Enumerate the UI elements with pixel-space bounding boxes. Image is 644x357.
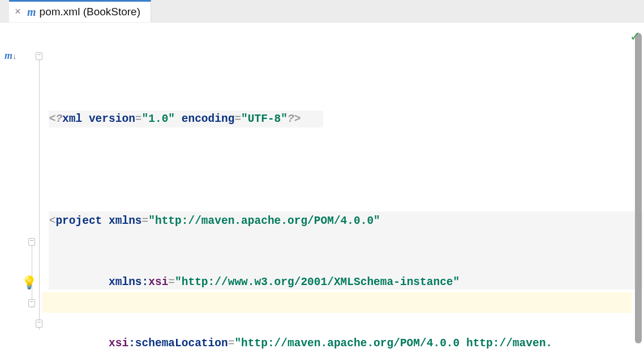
maven-gutter-icon[interactable]: m↓ xyxy=(5,50,17,62)
maven-file-icon: m xyxy=(27,6,36,19)
no-errors-check-icon[interactable]: ✓ xyxy=(630,27,639,45)
close-icon[interactable]: × xyxy=(15,6,24,18)
editor[interactable]: m↓ – – – – 💡 <?xml version="1.0" encodin… xyxy=(0,23,644,357)
code-area[interactable]: <?xml version="1.0" encoding="UTF-8"?> <… xyxy=(42,23,644,357)
tab-bar: × m pom.xml (BookStore) xyxy=(0,0,644,23)
code-line[interactable]: <?xml version="1.0" encoding="UTF-8"?> xyxy=(42,109,644,129)
fold-toggle[interactable]: – xyxy=(36,52,42,60)
tab-filename: pom.xml (BookStore) xyxy=(40,6,140,18)
fold-guide xyxy=(39,54,40,330)
code-line[interactable]: xsi:schemaLocation="http://maven.apache.… xyxy=(42,333,644,354)
vertical-scrollbar[interactable] xyxy=(635,33,642,343)
code-line[interactable]: <project xmlns="http://maven.apache.org/… xyxy=(42,211,644,231)
lightbulb-icon[interactable]: 💡 xyxy=(22,275,37,291)
fold-toggle[interactable]: – xyxy=(28,238,35,246)
fold-toggle[interactable]: – xyxy=(36,320,42,328)
fold-toggle[interactable]: – xyxy=(28,299,35,307)
gutter[interactable]: m↓ – – – – 💡 xyxy=(0,23,42,357)
file-tab[interactable]: × m pom.xml (BookStore) xyxy=(9,0,151,22)
